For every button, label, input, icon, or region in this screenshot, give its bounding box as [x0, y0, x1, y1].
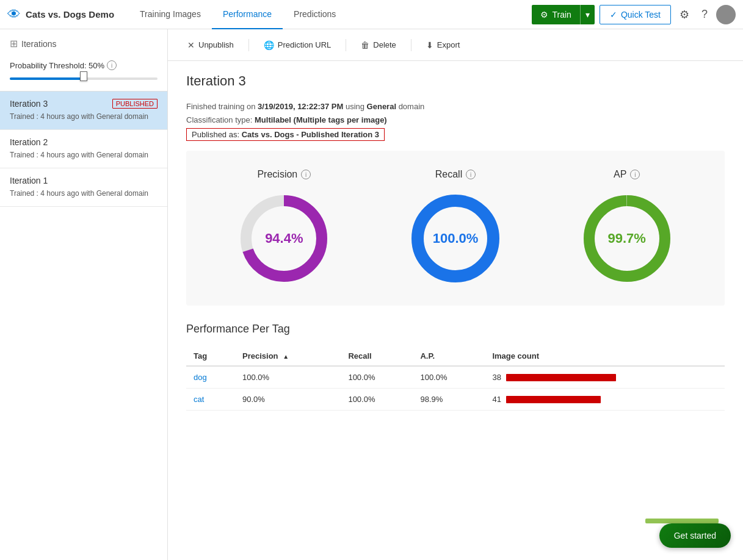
- precision-label: Precision i: [257, 169, 311, 180]
- iteration-item-2[interactable]: Iteration 2 Trained : 4 hours ago with G…: [0, 130, 167, 168]
- col-ap: A.P.: [413, 346, 485, 366]
- iteration-item-3[interactable]: Iteration 3 PUBLISHED Trained : 4 hours …: [0, 92, 167, 130]
- logo-icon: 👁: [7, 7, 21, 23]
- unpublish-icon: ✕: [187, 40, 195, 50]
- sidebar-header: ⊞ Iterations: [0, 29, 167, 56]
- iteration-1-header: Iteration 1: [10, 176, 158, 185]
- precision-donut: 94.4%: [235, 190, 333, 287]
- probability-label: Probability Threshold: 50% i: [10, 60, 158, 70]
- published-as-line: Published as: Cats vs. Dogs - Published …: [186, 128, 385, 141]
- toolbar-sep-3: [411, 39, 411, 51]
- classification-line: Classification type: Multilabel (Multipl…: [186, 113, 725, 127]
- iterations-icon: ⊞: [10, 38, 18, 49]
- app-title: Cats vs. Dogs Demo: [26, 9, 114, 20]
- precision-label-text: Precision: [257, 169, 297, 180]
- classification-type: Multilabel (Multiple tags per image): [255, 115, 387, 124]
- train-label: Train: [552, 10, 571, 20]
- probability-slider[interactable]: [10, 75, 158, 82]
- table-row: cat 90.0% 100.0% 98.9% 41: [186, 389, 725, 411]
- ap-label-text: AP: [614, 169, 626, 180]
- unpublish-button[interactable]: ✕ Unpublish: [180, 37, 241, 54]
- performance-per-tag-title: Performance Per Tag: [186, 323, 725, 336]
- quick-test-button[interactable]: ✓ Quick Test: [600, 5, 671, 24]
- precision-value: 94.4%: [265, 231, 303, 246]
- recall-info-icon[interactable]: i: [466, 170, 476, 179]
- export-label: Export: [437, 40, 460, 49]
- page-title: Iteration 3: [186, 73, 725, 89]
- dog-image-count: 38: [485, 366, 725, 389]
- iteration-info: Finished training on 3/19/2019, 12:22:37…: [186, 100, 725, 141]
- training-date: 3/19/2019, 12:22:37 PM: [258, 102, 343, 111]
- cat-image-count: 41: [485, 389, 725, 411]
- col-precision-label: Precision: [242, 351, 278, 361]
- dog-bar: [506, 374, 616, 381]
- train-dropdown-arrow[interactable]: ▾: [580, 5, 595, 24]
- slider-fill: [10, 77, 84, 80]
- prediction-url-label: Prediction URL: [278, 40, 331, 49]
- sidebar: ⊞ Iterations Probability Threshold: 50% …: [0, 29, 168, 560]
- delete-label: Delete: [373, 40, 396, 49]
- recall-label-text: Recall: [435, 169, 462, 180]
- cat-bar: [506, 396, 601, 403]
- training-date-line: Finished training on 3/19/2019, 12:22:37…: [186, 100, 725, 113]
- ap-metric: AP i 99.7%: [578, 169, 676, 287]
- domain-name: General: [367, 102, 396, 111]
- dog-ap: 100.0%: [413, 366, 485, 389]
- train-button[interactable]: ⚙ Train ▾: [532, 5, 594, 24]
- metrics-card: Precision i 94.4% Recall: [186, 151, 725, 306]
- cat-bar-cell: 41: [492, 395, 717, 404]
- precision-info-icon[interactable]: i: [301, 170, 311, 179]
- iteration-3-name: Iteration 3: [10, 99, 48, 109]
- content-area: ✕ Unpublish 🌐 Prediction URL 🗑 Delete ⬇ …: [168, 29, 743, 560]
- col-recall: Recall: [341, 346, 413, 366]
- prediction-url-icon: 🌐: [264, 40, 274, 50]
- iteration-3-header: Iteration 3 PUBLISHED: [10, 99, 158, 109]
- ap-label: AP i: [614, 169, 640, 180]
- iteration-1-name: Iteration 1: [10, 176, 48, 185]
- main-layout: ⊞ Iterations Probability Threshold: 50% …: [0, 29, 743, 560]
- dog-precision: 100.0%: [235, 366, 341, 389]
- nav-actions: ⚙ Train ▾ ✓ Quick Test ⚙ ?: [532, 5, 736, 24]
- export-button[interactable]: ⬇ Export: [419, 37, 468, 54]
- tag-dog[interactable]: dog: [186, 366, 235, 389]
- dog-recall: 100.0%: [341, 366, 413, 389]
- export-icon: ⬇: [426, 40, 433, 50]
- probability-info-icon[interactable]: i: [107, 60, 117, 70]
- tab-training-images[interactable]: Training Images: [129, 0, 212, 29]
- prediction-url-button[interactable]: 🌐 Prediction URL: [256, 37, 338, 54]
- tag-cat[interactable]: cat: [186, 389, 235, 411]
- cat-precision: 90.0%: [235, 389, 341, 411]
- delete-button[interactable]: 🗑 Delete: [353, 37, 404, 54]
- tab-performance[interactable]: Performance: [212, 0, 283, 29]
- tab-predictions[interactable]: Predictions: [283, 0, 347, 29]
- table-body: dog 100.0% 100.0% 100.0% 38 cat: [186, 366, 725, 411]
- slider-thumb[interactable]: [80, 71, 87, 81]
- iteration-2-sub: Trained : 4 hours ago with General domai…: [10, 149, 158, 160]
- checkmark-icon: ✓: [610, 10, 617, 20]
- page-content: Iteration 3 Finished training on 3/19/20…: [168, 61, 743, 423]
- col-precision[interactable]: Precision ▲: [235, 346, 341, 366]
- toolbar: ✕ Unpublish 🌐 Prediction URL 🗑 Delete ⬇ …: [168, 29, 743, 61]
- toolbar-sep-2: [346, 39, 346, 51]
- iteration-3-sub: Trained : 4 hours ago with General domai…: [10, 111, 158, 122]
- cat-count: 41: [492, 395, 501, 404]
- published-as-value: Cats vs. Dogs - Published Iteration 3: [242, 130, 379, 139]
- user-avatar[interactable]: [716, 5, 736, 24]
- dog-bar-cell: 38: [492, 373, 717, 382]
- gear-train-icon: ⚙: [540, 10, 548, 20]
- get-started-button[interactable]: Get started: [659, 523, 731, 548]
- ap-info-icon[interactable]: i: [630, 170, 640, 179]
- top-nav: 👁 Cats vs. Dogs Demo Training Images Per…: [0, 0, 743, 29]
- ap-donut: 99.7%: [578, 190, 676, 287]
- quick-test-label: Quick Test: [621, 10, 661, 20]
- logo-area: 👁 Cats vs. Dogs Demo: [7, 7, 114, 23]
- settings-icon[interactable]: ⚙: [676, 8, 693, 21]
- cat-ap: 98.9%: [413, 389, 485, 411]
- recall-metric: Recall i 100.0%: [407, 169, 504, 287]
- train-button-main[interactable]: ⚙ Train: [532, 5, 579, 24]
- help-icon[interactable]: ?: [698, 8, 711, 21]
- sort-icon: ▲: [283, 353, 289, 360]
- recall-donut: 100.0%: [407, 190, 504, 287]
- performance-table: Tag Precision ▲ Recall A.P. Image count …: [186, 346, 725, 411]
- iteration-item-1[interactable]: Iteration 1 Trained : 4 hours ago with G…: [0, 168, 167, 207]
